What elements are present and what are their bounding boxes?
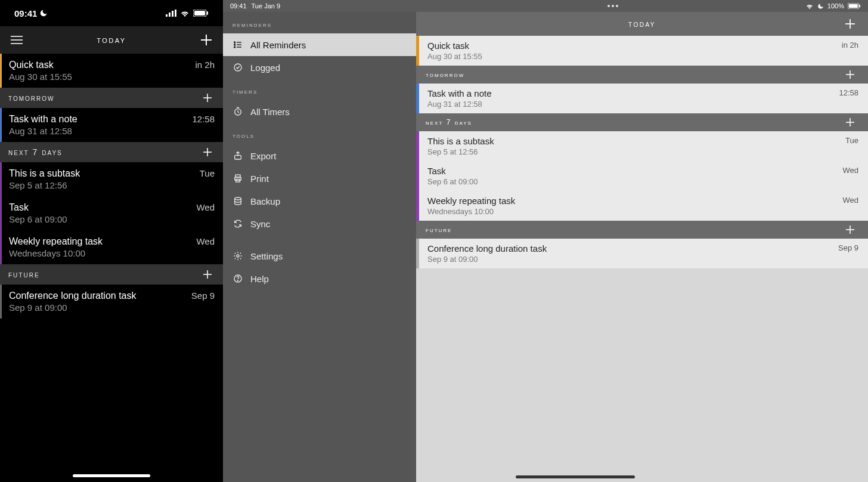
cellular-icon xyxy=(166,10,176,17)
main-title: today xyxy=(628,19,656,29)
task-meta: in 2h xyxy=(195,60,215,70)
menu-icon[interactable] xyxy=(8,36,25,44)
sidebar-item-settings[interactable]: Settings xyxy=(223,245,416,267)
sidebar-item-sync[interactable]: Sync xyxy=(223,212,416,235)
svg-rect-6 xyxy=(207,11,208,15)
task-row[interactable]: Task with a note12:58Aug 31 at 12:58 xyxy=(0,108,223,142)
home-indicator[interactable] xyxy=(73,474,150,477)
sidebar-item-all-reminders[interactable]: All Reminders xyxy=(223,33,416,56)
task-row[interactable]: Conference long duration taskSep 9Sep 9 … xyxy=(416,239,868,268)
section-label: future xyxy=(426,225,452,234)
svg-rect-5 xyxy=(194,11,205,16)
multitask-dots-icon[interactable] xyxy=(421,5,805,7)
task-meta: Wed xyxy=(196,236,215,247)
task-row[interactable]: TaskWedSep 6 at 09:00 xyxy=(0,196,223,230)
export-icon xyxy=(232,151,243,160)
check-circle-icon xyxy=(232,63,243,72)
task-row[interactable]: Task with a note12:58Aug 31 at 12:58 xyxy=(416,84,868,113)
task-subtitle: Aug 31 at 12:58 xyxy=(427,100,858,109)
task-row[interactable]: Conference long duration taskSep 9Sep 9 … xyxy=(0,285,223,319)
task-row[interactable]: Quick taskin 2hAug 30 at 15:55 xyxy=(416,36,868,66)
svg-rect-3 xyxy=(175,10,176,17)
add-task-button[interactable] xyxy=(199,94,216,102)
svg-rect-19 xyxy=(849,4,858,8)
sidebar-item-help[interactable]: Help xyxy=(223,267,416,290)
svg-point-37 xyxy=(237,280,238,281)
task-row[interactable]: TaskWedSep 6 at 09:00 xyxy=(416,161,868,191)
main-titlebar: today xyxy=(416,12,868,36)
timer-icon xyxy=(232,107,243,116)
add-task-button[interactable] xyxy=(842,70,858,79)
ipad-screenshot: 09:41 Tue Jan 9 100% remindersAll Remind… xyxy=(223,0,868,482)
svg-rect-2 xyxy=(172,11,173,17)
battery-percent: 100% xyxy=(827,2,844,10)
task-title: Task xyxy=(9,202,29,213)
svg-point-25 xyxy=(234,47,235,48)
section-header: tomorrow xyxy=(0,88,223,108)
task-meta: Wed xyxy=(843,166,859,176)
task-title: Task xyxy=(427,166,446,176)
section-header: tomorrow xyxy=(416,66,868,84)
task-subtitle: Sep 5 at 12:56 xyxy=(9,180,215,190)
sidebar-item-all-timers[interactable]: All Timers xyxy=(223,100,416,123)
sidebar-item-export[interactable]: Export xyxy=(223,144,416,167)
list-icon xyxy=(232,40,243,50)
svg-rect-20 xyxy=(859,5,860,8)
sidebar-group-label: reminders xyxy=(223,12,416,33)
sidebar-item-label: All Reminders xyxy=(250,40,306,50)
ipad-statusbar: 09:41 Tue Jan 9 100% xyxy=(223,0,868,12)
sidebar-item-print[interactable]: Print xyxy=(223,167,416,190)
add-task-button[interactable] xyxy=(199,270,216,279)
wifi-icon xyxy=(180,10,190,17)
section-label: next 7 days xyxy=(426,118,472,126)
task-row[interactable]: Weekly repeating taskWedWednesdays 10:00 xyxy=(416,191,868,221)
add-task-button[interactable] xyxy=(842,118,858,126)
task-subtitle: Wednesdays 10:00 xyxy=(9,248,215,258)
gear-icon xyxy=(232,251,243,261)
task-title: Task with a note xyxy=(427,88,492,98)
help-icon xyxy=(232,274,243,283)
task-subtitle: Sep 5 at 12:56 xyxy=(427,147,858,156)
task-title: Conference long duration task xyxy=(9,291,136,301)
task-subtitle: Sep 6 at 09:00 xyxy=(427,177,858,186)
task-row[interactable]: This is a subtaskTueSep 5 at 12:56 xyxy=(416,131,868,161)
status-time: 09:41 xyxy=(14,8,37,18)
section-label: tomorrow xyxy=(8,93,54,103)
svg-point-27 xyxy=(234,64,241,71)
task-meta: Sep 9 xyxy=(838,243,858,254)
ipad-sidebar: remindersAll RemindersLoggedtimersAll Ti… xyxy=(223,12,416,482)
task-subtitle: Sep 6 at 09:00 xyxy=(9,214,215,224)
task-meta: Tue xyxy=(845,136,858,146)
task-row[interactable]: Quick taskin 2hAug 30 at 15:55 xyxy=(0,54,223,88)
add-task-button[interactable] xyxy=(199,148,216,156)
svg-point-23 xyxy=(234,44,235,45)
task-row[interactable]: Weekly repeating taskWedWednesdays 10:00 xyxy=(0,230,223,264)
phone-screenshot: 09:41 today Quick taskin 2hAug 30 at 15:… xyxy=(0,0,223,482)
task-title: Weekly repeating task xyxy=(9,236,103,247)
task-meta: Sep 9 xyxy=(191,291,215,301)
sync-icon xyxy=(232,219,243,228)
add-task-button[interactable] xyxy=(842,225,858,234)
task-title: Quick task xyxy=(9,60,54,70)
task-subtitle: Sep 9 at 09:00 xyxy=(9,302,215,313)
section-header: future xyxy=(416,221,868,239)
task-meta: in 2h xyxy=(842,41,858,51)
section-header: future xyxy=(0,264,223,285)
task-meta: Wed xyxy=(843,196,859,206)
task-title: Quick task xyxy=(427,41,469,51)
sidebar-item-logged[interactable]: Logged xyxy=(223,56,416,79)
add-task-button[interactable] xyxy=(198,35,215,45)
battery-icon xyxy=(848,3,861,9)
svg-rect-1 xyxy=(169,13,170,17)
section-label: future xyxy=(8,270,40,279)
home-indicator[interactable] xyxy=(516,475,635,478)
task-subtitle: Wednesdays 10:00 xyxy=(427,207,858,216)
sidebar-item-label: Export xyxy=(250,151,276,161)
sidebar-item-backup[interactable]: Backup xyxy=(223,190,416,212)
ipad-main: today Quick taskin 2hAug 30 at 15:55tomo… xyxy=(416,12,868,482)
add-task-button[interactable] xyxy=(842,19,858,29)
task-row[interactable]: This is a subtaskTueSep 5 at 12:56 xyxy=(0,162,223,196)
section-header: next 7 days xyxy=(0,142,223,162)
task-subtitle: Sep 9 at 09:00 xyxy=(427,255,858,264)
task-title: Task with a note xyxy=(9,114,78,125)
